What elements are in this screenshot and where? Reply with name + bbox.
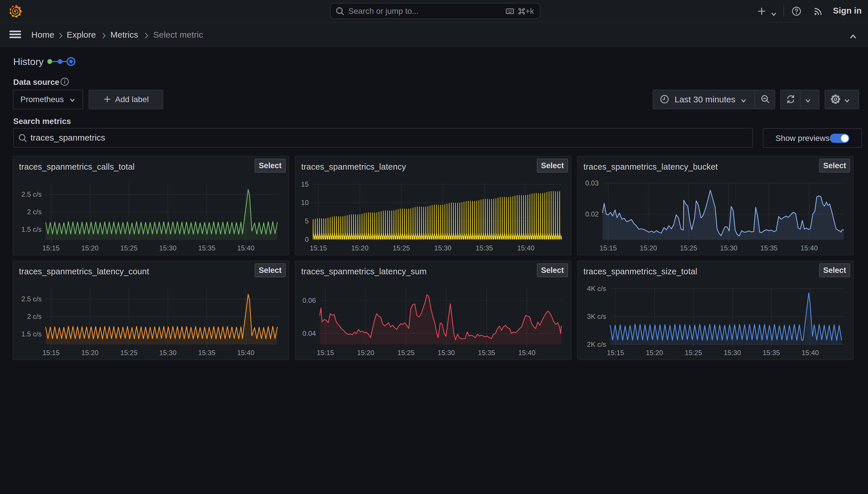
svg-text:5: 5 [305,217,309,225]
svg-text:15:20: 15:20 [81,244,99,252]
svg-text:15:15: 15:15 [607,349,624,357]
svg-text:15:25: 15:25 [397,349,414,357]
svg-text:15:20: 15:20 [81,349,99,357]
svg-text:15:35: 15:35 [476,244,493,252]
svg-text:15:40: 15:40 [237,244,254,252]
svg-text:0.04: 0.04 [302,329,316,337]
svg-text:15:30: 15:30 [724,349,741,357]
svg-text:15:40: 15:40 [518,349,535,357]
svg-text:15:30: 15:30 [438,349,455,357]
svg-text:1.5 c/s: 1.5 c/s [21,225,42,233]
svg-text:15:25: 15:25 [685,349,702,357]
svg-text:15:25: 15:25 [393,244,410,252]
svg-text:2.5 c/s: 2.5 c/s [21,190,42,198]
svg-text:15:15: 15:15 [599,244,617,252]
svg-text:15:35: 15:35 [763,349,780,357]
svg-text:15:25: 15:25 [680,244,697,252]
svg-text:15:25: 15:25 [120,244,137,252]
svg-text:1.5 c/s: 1.5 c/s [21,330,42,338]
svg-text:15:30: 15:30 [434,244,452,252]
svg-text:0: 0 [305,235,309,243]
svg-text:2K c/s: 2K c/s [587,340,606,348]
svg-text:15:15: 15:15 [42,244,59,252]
svg-text:15:25: 15:25 [120,349,137,357]
svg-text:15:40: 15:40 [802,349,819,357]
svg-text:15:35: 15:35 [198,244,215,252]
svg-text:15:30: 15:30 [159,244,176,252]
svg-text:15:15: 15:15 [310,244,327,252]
svg-text:4K c/s: 4K c/s [587,285,606,292]
svg-text:2 c/s: 2 c/s [27,312,42,320]
svg-text:15:20: 15:20 [351,244,369,252]
svg-text:15:40: 15:40 [517,244,534,252]
svg-text:2 c/s: 2 c/s [27,208,42,216]
svg-text:0.02: 0.02 [585,210,599,218]
svg-text:2.5 c/s: 2.5 c/s [21,295,42,303]
svg-text:10: 10 [301,199,309,207]
svg-text:15:30: 15:30 [720,244,737,252]
svg-text:15:35: 15:35 [478,349,495,357]
svg-text:15:35: 15:35 [198,349,215,357]
svg-text:15:20: 15:20 [357,349,374,357]
svg-text:15:40: 15:40 [237,349,254,357]
svg-text:15:30: 15:30 [159,349,176,357]
svg-text:15:15: 15:15 [42,349,59,357]
svg-text:0.03: 0.03 [585,179,599,187]
svg-text:15:40: 15:40 [801,244,818,252]
svg-text:3K c/s: 3K c/s [587,312,606,320]
svg-text:15:15: 15:15 [317,349,334,357]
svg-text:15: 15 [301,180,309,188]
svg-text:15:20: 15:20 [640,244,657,252]
svg-text:0.06: 0.06 [302,297,316,304]
svg-text:15:20: 15:20 [646,349,663,357]
svg-text:15:35: 15:35 [760,244,777,252]
